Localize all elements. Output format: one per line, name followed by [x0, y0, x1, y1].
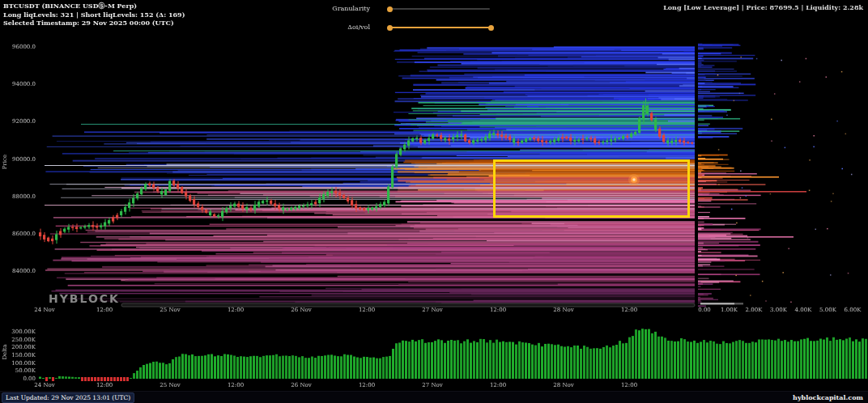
delta-time-tick: 12:00 — [621, 382, 637, 388]
liquidity-tick: 5.00K — [819, 307, 836, 313]
time-tick: 12:00 — [359, 307, 375, 313]
liquidation-heatmap-canvas[interactable] — [0, 0, 868, 403]
delta-time-tick: 24 Nov — [34, 382, 54, 388]
delta-tick: 100.00K — [0, 360, 36, 367]
time-tick: 26 Nov — [291, 307, 311, 313]
price-tick: 92000.0 — [0, 118, 36, 125]
liquidity-tick: 3.00K — [770, 307, 787, 313]
price-tick: 84000.0 — [0, 268, 36, 274]
price-tick: 88000.0 — [0, 193, 36, 200]
chart-info-block: BTCUSDT (BINANCE USDⓈ-M Perp) Long liqLe… — [3, 2, 185, 28]
time-tick: 12:00 — [490, 307, 506, 313]
hyblock-liquidation-heatmap-app: BTCUSDT (BINANCE USDⓈ-M Perp) Long liqLe… — [0, 0, 868, 403]
granularity-slider-track[interactable] — [390, 8, 490, 10]
granularity-slider-handle[interactable] — [387, 6, 393, 12]
delta-tick: 50.00K — [0, 367, 36, 374]
hyblock-watermark: HYBLOCK — [49, 292, 120, 305]
time-tick: 12:00 — [228, 307, 244, 313]
granularity-slider-label: Granularity — [273, 5, 370, 12]
delta-tick: 250.00K — [0, 337, 36, 343]
time-tick: 12:00 — [621, 307, 637, 313]
oi-vol-slider-handle-min[interactable] — [387, 25, 393, 31]
delta-tick: 200.00K — [0, 344, 36, 350]
time-tick: 24 Nov — [34, 307, 54, 313]
oi-vol-slider-track[interactable] — [390, 27, 491, 28]
hover-status: Long [Low Leverage] | Price: 87699.5 | L… — [663, 3, 863, 11]
delta-time-tick: 28 Nov — [553, 382, 573, 388]
delta-tick: 300.00K — [0, 329, 36, 335]
price-tick: 86000.0 — [0, 231, 36, 237]
selected-timestamp: Selected Timestamp: 29 Nov 2025 00:00 (U… — [3, 19, 185, 28]
oi-vol-slider-handle-max[interactable] — [488, 25, 494, 31]
liq-levels-summary: Long liqLevels: 321 | Short liqLevels: 1… — [3, 11, 185, 19]
delta-time-tick: 12:00 — [228, 382, 244, 388]
time-tick: 28 Nov — [553, 307, 573, 313]
delta-time-tick: 12:00 — [96, 382, 113, 388]
delta-tick: 150.00K — [0, 352, 36, 358]
delta-time-tick: 12:00 — [490, 382, 506, 388]
footer-bar: Last Updated: 29 Nov 2025 13:01 (UTC) hy… — [0, 391, 868, 403]
delta-time-tick: 26 Nov — [291, 382, 311, 388]
time-tick: 27 Nov — [422, 307, 442, 313]
liquidity-tick: 0.00 — [698, 307, 711, 313]
site-link[interactable]: hyblockcapital.com — [793, 393, 863, 401]
liquidity-tick: 2.00K — [746, 307, 763, 313]
price-tick: 96000.0 — [0, 44, 36, 50]
delta-time-tick: 12:00 — [359, 382, 375, 388]
time-tick: 25 Nov — [160, 307, 180, 313]
delta-time-tick: 25 Nov — [160, 382, 180, 388]
price-tick: 90000.0 — [0, 156, 36, 163]
oi-vol-slider-label: Δoi/vol — [273, 23, 370, 31]
liquidity-tick: 6.00K — [845, 307, 862, 313]
symbol-title: BTCUSDT (BINANCE USDⓈ-M Perp) — [3, 2, 185, 11]
time-tick: 12:00 — [96, 307, 113, 313]
liquidity-tick: 1.00K — [721, 307, 738, 313]
last-updated-badge: Last Updated: 29 Nov 2025 13:01 (UTC) — [2, 392, 134, 403]
delta-time-tick: 27 Nov — [422, 382, 442, 388]
price-tick: 94000.0 — [0, 81, 36, 87]
liquidity-tick: 4.00K — [795, 307, 812, 313]
delta-tick: 0.00 — [0, 375, 36, 382]
